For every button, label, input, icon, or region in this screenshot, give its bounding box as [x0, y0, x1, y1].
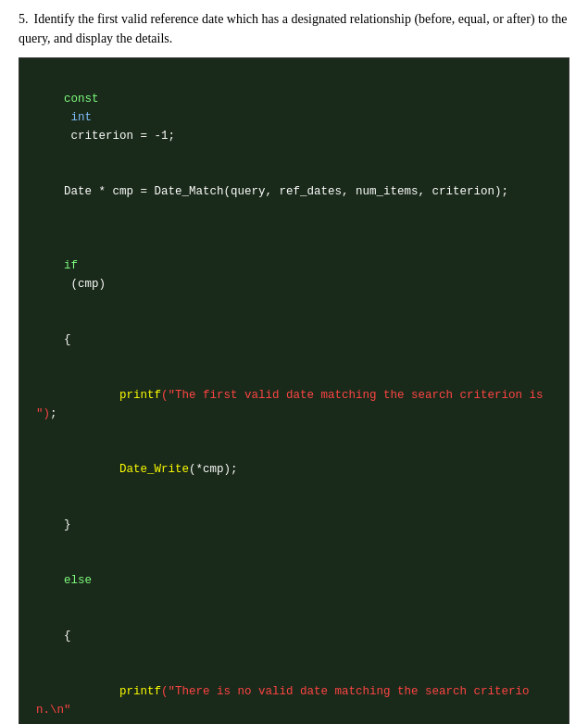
code-if-cond: (cmp) — [64, 278, 106, 291]
kw-if: if — [64, 259, 78, 272]
fn-printf-2: printf — [119, 685, 161, 698]
code-line-9: { — [36, 608, 552, 664]
code-line-1: const int criterion = -1; — [36, 71, 552, 164]
code-line-4: { — [36, 312, 552, 368]
step-number: 5. — [19, 12, 29, 26]
code-line-7: } — [36, 497, 552, 553]
fn-printf-1: printf — [119, 389, 161, 402]
kw-else: else — [64, 574, 92, 587]
fn-date-write: Date_Write — [119, 463, 189, 476]
semi-1: ; — [50, 407, 57, 420]
code-line-8: else — [36, 553, 552, 608]
step-5-text: 5.Identify the first valid reference dat… — [19, 9, 569, 48]
code-indent — [64, 389, 119, 402]
code-date-ptr: Date * cmp = Date_Match(query, ref_dates… — [64, 185, 508, 198]
code-line-6: Date_Write(*cmp); — [36, 442, 552, 497]
code-block: const int criterion = -1; Date * cmp = D… — [19, 57, 569, 724]
code-criterion-decl: criterion = -1; — [64, 130, 175, 143]
code-line-5: printf("The first valid date matching th… — [36, 368, 552, 442]
code-line-10: printf("There is no valid date matching … — [36, 664, 552, 724]
code-brace-open-2: { — [64, 630, 71, 643]
code-brace-open: { — [64, 333, 71, 346]
code-brace-close-1: } — [64, 518, 71, 531]
code-line-2: Date * cmp = Date_Match(query, ref_dates… — [36, 164, 552, 219]
code-date-write-args: (*cmp); — [189, 463, 238, 476]
code-line-3: if (cmp) — [36, 238, 552, 312]
code-indent2 — [64, 463, 119, 476]
step-description: Identify the first valid reference date … — [19, 12, 568, 45]
code-indent3 — [64, 685, 119, 698]
kw-const: const — [64, 93, 99, 106]
kw-int: int — [64, 111, 92, 124]
